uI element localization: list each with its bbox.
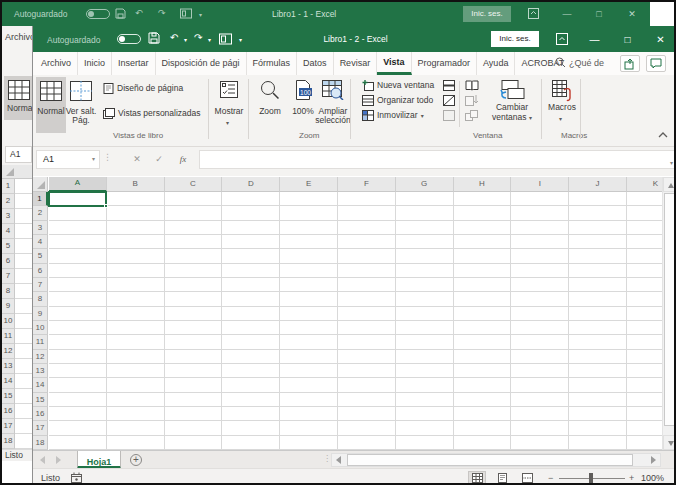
row-header[interactable]: 12 [2, 344, 15, 359]
row-header[interactable]: 4 [33, 235, 48, 249]
custom-views-button[interactable]: Vistas personalizadas [103, 107, 201, 119]
zoom-button[interactable]: Zoom [253, 77, 287, 133]
row-header[interactable]: 13 [2, 359, 15, 374]
row-header[interactable]: 8 [33, 292, 48, 306]
touch-mode-icon[interactable] [219, 33, 232, 45]
row-header[interactable]: 2 [2, 194, 15, 209]
row-header[interactable]: 16 [2, 404, 15, 419]
insert-function-button[interactable]: fx [175, 151, 191, 167]
qat-menu-icon[interactable]: ▾ [239, 36, 242, 43]
view-side-by-side-button[interactable] [465, 79, 479, 91]
collapse-ribbon-button[interactable] [657, 131, 671, 143]
arrange-all-button[interactable]: Organizar todo [362, 94, 433, 106]
macro-record-icon[interactable] [71, 472, 82, 483]
row-header[interactable]: 6 [2, 254, 15, 269]
fill-handle[interactable] [104, 204, 108, 208]
back-select-all[interactable] [2, 165, 32, 179]
row-header[interactable]: 3 [2, 209, 15, 224]
signin-button[interactable]: Inic. ses. [463, 6, 511, 22]
zoom-in-button[interactable]: + [629, 473, 634, 483]
save-icon[interactable] [148, 32, 160, 44]
scroll-down-button[interactable] [663, 435, 676, 450]
normal-view-shortcut[interactable] [468, 471, 486, 484]
undo-icon[interactable]: ↶ [135, 8, 143, 18]
cancel-entry-button[interactable]: ✕ [129, 151, 145, 167]
column-header[interactable]: H [454, 177, 512, 192]
row-header[interactable]: 17 [33, 421, 48, 435]
formula-input[interactable]: ▾ [199, 150, 676, 169]
macros-button[interactable]: Macros ▾ [545, 77, 579, 133]
enter-entry-button[interactable]: ✓ [151, 151, 167, 167]
row-header[interactable]: 1 [2, 179, 15, 194]
zoom-slider-handle[interactable] [589, 473, 593, 483]
redo-menu-icon[interactable]: ▾ [208, 36, 211, 43]
tab-vista[interactable]: Vista [377, 52, 411, 75]
sheet-tab-hoja1[interactable]: Hoja1 [77, 451, 121, 469]
cells-area[interactable] [49, 192, 662, 450]
scroll-up-button[interactable] [663, 177, 676, 192]
tab-revisar[interactable]: Revisar [334, 52, 378, 75]
redo-icon[interactable]: ↷ [158, 8, 166, 18]
comments-button[interactable] [646, 55, 666, 72]
column-header[interactable]: I [511, 177, 569, 192]
minimize-button[interactable]: — [588, 33, 601, 46]
name-box-dropdown-icon[interactable]: ▾ [92, 151, 95, 168]
ribbon-display-options-icon[interactable] [556, 33, 569, 46]
tab-ayuda[interactable]: Ayuda [477, 52, 515, 75]
tab-bar-splitter[interactable]: ⋮ [323, 454, 331, 463]
column-header[interactable]: K [627, 177, 662, 192]
maximize-button[interactable]: □ [593, 8, 605, 20]
save-icon[interactable] [115, 8, 126, 19]
row-header[interactable]: 7 [2, 269, 15, 284]
scroll-right-button[interactable] [647, 454, 660, 466]
column-header[interactable]: C [165, 177, 223, 192]
formula-bar-splitter[interactable]: ⋮ [103, 152, 112, 162]
row-header[interactable]: 4 [2, 224, 15, 239]
undo-menu-icon[interactable]: ▾ [184, 36, 187, 43]
prev-sheet-button[interactable] [40, 456, 45, 464]
row-header[interactable]: 15 [2, 389, 15, 404]
tab-disposicion[interactable]: Disposición de pági [156, 52, 247, 75]
maximize-button[interactable]: □ [621, 33, 634, 46]
undo-icon[interactable]: ↶ [170, 32, 178, 43]
page-break-preview-button[interactable]: Ver salt. Pág. [66, 77, 96, 133]
back-tab-archivo[interactable]: Archivo [5, 32, 32, 42]
row-header[interactable]: 11 [2, 329, 15, 344]
expand-formula-bar-icon[interactable]: ▾ [670, 159, 673, 166]
new-sheet-button[interactable]: + [130, 454, 142, 466]
row-header[interactable]: 18 [2, 434, 15, 449]
close-button[interactable]: ✕ [654, 33, 667, 46]
split-button[interactable] [443, 79, 455, 91]
new-window-button[interactable]: Nueva ventana [362, 79, 434, 91]
ribbon-display-options-icon[interactable] [528, 8, 540, 20]
close-button[interactable]: ✕ [626, 8, 638, 20]
redo-icon[interactable]: ↷ [194, 32, 202, 43]
column-header[interactable]: J [569, 177, 627, 192]
row-header[interactable]: 1 [33, 192, 48, 206]
row-header[interactable]: 16 [33, 407, 48, 421]
row-header[interactable]: 8 [2, 284, 15, 299]
autosave-toggle[interactable] [117, 34, 141, 44]
column-header[interactable]: A [49, 177, 107, 192]
zoom-level-label[interactable]: 100% [641, 473, 664, 483]
column-header[interactable]: G [396, 177, 454, 192]
row-header[interactable]: 9 [2, 299, 15, 314]
row-header[interactable]: 3 [33, 221, 48, 235]
tab-inicio[interactable]: Inicio [78, 52, 112, 75]
row-header[interactable]: 10 [33, 321, 48, 335]
horizontal-scrollbar[interactable] [331, 453, 661, 467]
autosave-toggle[interactable] [86, 9, 110, 19]
tab-datos[interactable]: Datos [297, 52, 334, 75]
tell-me-search[interactable]: ¿Qué de [555, 57, 604, 68]
row-header[interactable]: 13 [33, 364, 48, 378]
row-header[interactable]: 12 [33, 350, 48, 364]
page-layout-button[interactable]: Diseño de página [103, 82, 183, 94]
row-header[interactable]: 17 [2, 419, 15, 434]
scroll-left-button[interactable] [332, 454, 345, 466]
tab-insertar[interactable]: Insertar [112, 52, 156, 75]
row-header[interactable]: 9 [33, 307, 48, 321]
freeze-panes-button[interactable]: Inmovilizar ▾ [362, 109, 424, 121]
touch-mode-icon[interactable] [180, 8, 192, 19]
row-header[interactable]: 5 [33, 249, 48, 263]
zoom-out-button[interactable]: − [548, 473, 553, 483]
